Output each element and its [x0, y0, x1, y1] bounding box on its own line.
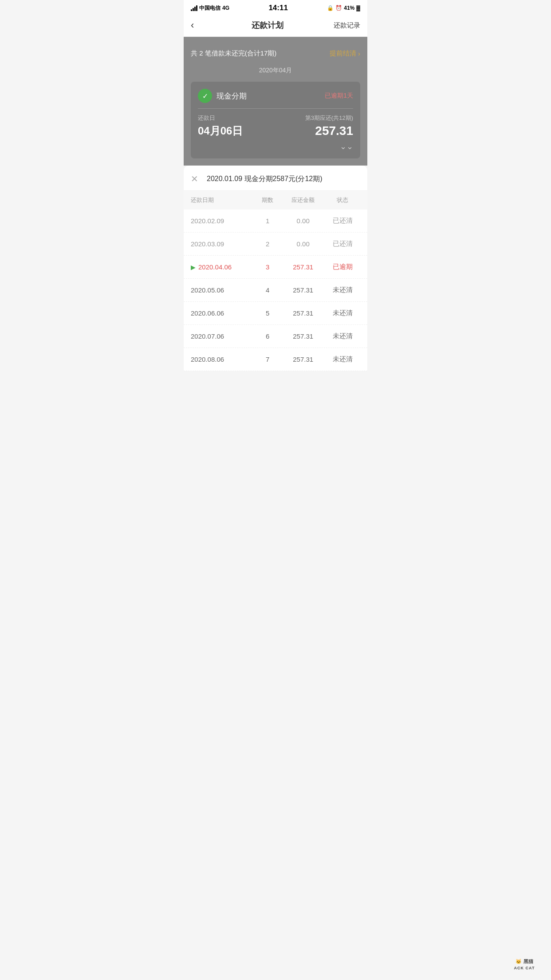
cell-amount: 0.00 [281, 217, 325, 225]
back-button[interactable]: ‹ [191, 20, 210, 31]
cell-period: 4 [254, 286, 281, 294]
loan-type-row: ✓ 现金分期 已逾期1天 [198, 89, 353, 109]
loan-detail-left: 还款日 04月06日 [198, 114, 243, 138]
table-row: 2020.08.06 7 257.31 未还清 [184, 348, 367, 371]
col-date-header: 还款日期 [191, 196, 254, 204]
page-title: 还款计划 [252, 20, 283, 31]
cell-amount: 0.00 [281, 240, 325, 248]
cell-amount: 257.31 [281, 263, 325, 271]
table-row: 2020.07.06 6 257.31 未还清 [184, 325, 367, 348]
popup-panel: ✕ 2020.01.09 现金分期2587元(分12期) 还款日期 期数 应还金… [184, 166, 367, 371]
table-row: 2020.03.09 2 0.00 已还清 [184, 233, 367, 256]
month-label: 2020年04月 [191, 63, 360, 82]
cell-period: 5 [254, 309, 281, 317]
header-card: 共 2 笔借款未还完(合计17期) 提前结清 › 2020年04月 ✓ 现金分期… [184, 37, 367, 166]
status-left: 中国电信 4G [191, 4, 229, 12]
cell-date: 2020.08.06 [191, 356, 254, 363]
cell-date: ▶ 2020.04.06 [191, 263, 254, 271]
loan-details: 还款日 04月06日 第3期应还(共12期) 257.31 [198, 114, 353, 138]
col-amount-header: 应还金额 [281, 196, 325, 204]
col-period-header: 期数 [254, 196, 281, 204]
repay-date-label: 还款日 [198, 114, 243, 122]
popup-header: ✕ 2020.01.09 现金分期2587元(分12期) [184, 166, 367, 191]
amount-value: 257.31 [305, 124, 353, 138]
cell-date: 2020.05.06 [191, 286, 254, 294]
cell-period: 6 [254, 332, 281, 340]
alarm-icon: ⏰ [335, 5, 342, 11]
cell-date: 2020.03.09 [191, 240, 254, 248]
nav-bar: ‹ 还款计划 还款记录 [184, 14, 367, 37]
cell-period: 1 [254, 217, 281, 225]
cell-amount: 257.31 [281, 332, 325, 340]
network-label: 4G [222, 5, 229, 11]
cell-status: 已逾期 [325, 263, 360, 271]
early-repay-label: 提前结清 [330, 49, 356, 58]
battery-icon: ▓ [356, 5, 360, 11]
period-label: 第3期应还(共12期) [305, 114, 353, 122]
loan-type-left: ✓ 现金分期 [198, 89, 247, 103]
close-button[interactable]: ✕ [191, 174, 201, 184]
cell-status: 已还清 [325, 240, 360, 248]
table-row: 2020.02.09 1 0.00 已还清 [184, 209, 367, 233]
overdue-badge: 已逾期1天 [325, 92, 353, 100]
cell-date: 2020.02.09 [191, 217, 254, 225]
chevron-right-icon: › [358, 50, 360, 57]
time-label: 14:11 [268, 4, 287, 12]
cell-status: 未还清 [325, 309, 360, 317]
table-header: 还款日期 期数 应还金额 状态 [184, 191, 367, 209]
cell-status: 未还清 [325, 286, 360, 294]
loan-summary-text: 共 2 笔借款未还完(合计17期) [191, 49, 276, 58]
cell-period: 7 [254, 356, 281, 363]
loan-detail-right: 第3期应还(共12期) 257.31 [305, 114, 353, 138]
cell-status: 已还清 [325, 217, 360, 225]
carrier-label: 中国电信 [199, 4, 220, 12]
cell-period: 2 [254, 240, 281, 248]
play-arrow-icon: ▶ [191, 264, 196, 271]
cell-amount: 257.31 [281, 286, 325, 294]
early-repay-button[interactable]: 提前结清 › [330, 49, 360, 58]
table-row: 2020.06.06 5 257.31 未还清 [184, 302, 367, 325]
loan-type-name: 现金分期 [216, 91, 247, 101]
col-status-header: 状态 [325, 196, 360, 204]
cell-amount: 257.31 [281, 356, 325, 363]
expand-icon[interactable]: ⌄⌄ [198, 142, 353, 151]
cell-status: 未还清 [325, 355, 360, 364]
repay-date-value: 04月06日 [198, 124, 243, 138]
loan-summary-row: 共 2 笔借款未还完(合计17期) 提前结清 › [191, 44, 360, 63]
table-row: 2020.05.06 4 257.31 未还清 [184, 279, 367, 302]
cell-date: 2020.06.06 [191, 309, 254, 317]
cell-status: 未还清 [325, 332, 360, 340]
popup-title: 2020.01.09 现金分期2587元(分12期) [207, 174, 323, 184]
check-circle-icon: ✓ [198, 89, 212, 103]
loan-card: ✓ 现金分期 已逾期1天 还款日 04月06日 第3期应还(共12期) 257.… [191, 82, 360, 158]
status-right: 🔒 ⏰ 41% ▓ [327, 5, 360, 11]
status-bar: 中国电信 4G 14:11 🔒 ⏰ 41% ▓ [184, 0, 367, 14]
cell-period: 3 [254, 263, 281, 271]
table-body: 2020.02.09 1 0.00 已还清 2020.03.09 2 0.00 … [184, 209, 367, 371]
cell-date: 2020.07.06 [191, 332, 254, 340]
table-row: ▶ 2020.04.06 3 257.31 已逾期 [184, 256, 367, 279]
cell-amount: 257.31 [281, 309, 325, 317]
repay-records-button[interactable]: 还款记录 [325, 21, 360, 30]
battery-label: 41% [344, 5, 354, 11]
lock-icon: 🔒 [327, 5, 334, 11]
signal-icon [191, 5, 197, 11]
